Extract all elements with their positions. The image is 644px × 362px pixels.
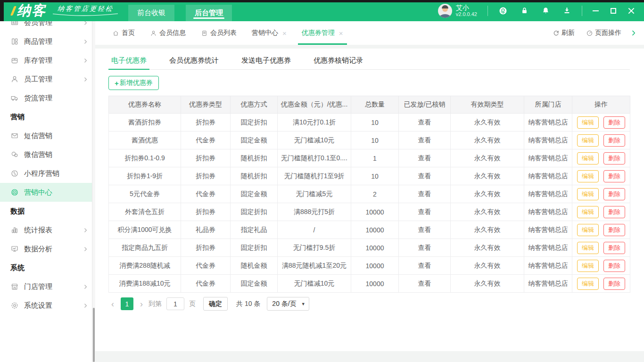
cell-name[interactable]: 消费满288随机减 — [109, 257, 181, 275]
edit-button[interactable]: 编辑 — [577, 242, 599, 254]
edit-button[interactable]: 编辑 — [577, 134, 599, 147]
edit-button[interactable]: 编辑 — [577, 170, 599, 182]
sidebar-item[interactable]: 会员管理 — [0, 21, 95, 32]
delete-button[interactable]: 删除 — [603, 242, 625, 254]
page-ops-button[interactable]: 页面操作 — [586, 29, 621, 37]
inventory-icon — [10, 56, 19, 65]
edit-button[interactable]: 编辑 — [577, 224, 599, 236]
sidebar-item[interactable]: 员工管理 — [0, 70, 95, 89]
delete-button[interactable]: 删除 — [603, 206, 625, 218]
cell-name[interactable]: 积分满1000可兑换 — [109, 221, 181, 239]
cell-name[interactable]: 折扣券1-9折 — [109, 167, 181, 185]
cell-issued[interactable]: 查看 — [399, 275, 451, 293]
slogan-text: 纳客管店更轻松 — [57, 5, 114, 13]
page-tab[interactable]: 会员列表 — [197, 21, 240, 45]
subtab[interactable]: 发送电子优惠券 — [239, 55, 294, 69]
avatar[interactable] — [438, 4, 452, 18]
customer-service-icon[interactable] — [498, 6, 508, 16]
lock-icon[interactable] — [520, 6, 529, 15]
prev-page-button[interactable]: ‹ — [108, 300, 117, 308]
goto-label: 到第 — [149, 300, 162, 308]
cell-store: 纳客营销总店 — [524, 203, 572, 221]
cell-name[interactable]: 消费满188减10元 — [109, 275, 181, 293]
delete-button[interactable]: 删除 — [603, 134, 625, 147]
cell-issued[interactable]: 查看 — [399, 132, 451, 149]
per-page-select[interactable]: 20 条/页 — [267, 297, 309, 311]
page-tab[interactable]: 会员信息 — [146, 21, 190, 45]
page-tab[interactable]: 营销中心× — [248, 21, 290, 45]
sidebar-item[interactable]: 系统设置 — [0, 296, 95, 315]
cell-issued[interactable]: 查看 — [399, 114, 451, 132]
current-page-button[interactable]: 1 — [121, 297, 133, 310]
cell-issued[interactable]: 查看 — [399, 239, 451, 257]
subtab[interactable]: 优惠券核销记录 — [311, 55, 366, 69]
edit-button[interactable]: 编辑 — [577, 116, 599, 129]
tab-close-icon[interactable]: × — [282, 29, 287, 37]
cell-issued[interactable]: 查看 — [399, 257, 451, 275]
sidebar-item[interactable]: 门店管理 — [0, 277, 95, 296]
tab-close-icon[interactable]: × — [339, 29, 343, 37]
delete-button[interactable]: 删除 — [603, 188, 625, 200]
edit-button[interactable]: 编辑 — [577, 260, 599, 272]
sidebar-item[interactable]: 微信营销 — [0, 145, 95, 164]
sidebar-item[interactable]: 营销中心 — [0, 183, 95, 202]
app-header: 纳客 纳客管店更轻松 前台收银后台管理 艾小 v2.0.0.42 — [0, 0, 644, 21]
delete-button[interactable]: 删除 — [603, 116, 625, 129]
cell-name[interactable]: 折扣券0.1-0.9 — [109, 149, 181, 167]
subtab[interactable]: 会员优惠券统计 — [166, 55, 222, 69]
page-ops-label: 页面操作 — [595, 29, 621, 37]
header-nav-tab[interactable]: 前台收银 — [128, 5, 174, 21]
cell-amount: / — [278, 221, 351, 239]
cell-name[interactable]: 5元代金券 — [109, 185, 181, 203]
edit-button[interactable]: 编辑 — [577, 152, 599, 165]
edit-button[interactable]: 编辑 — [577, 278, 599, 290]
cell-method: 固定金额 — [231, 132, 278, 149]
page-tab[interactable]: 优惠券管理× — [298, 21, 347, 45]
delete-button[interactable]: 删除 — [603, 260, 625, 272]
user-block[interactable]: 艾小 v2.0.0.42 — [438, 4, 477, 18]
download-icon[interactable] — [562, 6, 571, 15]
sidebar-item[interactable]: 短信营销 — [0, 126, 95, 145]
cell-actions: 编辑删除 — [572, 132, 630, 149]
close-button[interactable] — [628, 8, 635, 14]
page-number-input[interactable] — [166, 297, 184, 310]
cell-issued[interactable]: 查看 — [399, 167, 451, 185]
logistics-icon — [10, 94, 19, 102]
sidebar-scrollbar-thumb[interactable] — [93, 308, 95, 362]
cell-name[interactable]: 指定商品九五折 — [109, 239, 181, 257]
maximize-button[interactable] — [611, 8, 616, 14]
sidebar-item[interactable]: 小程序营销 — [0, 164, 95, 183]
sidebar-scrollbar[interactable] — [92, 21, 95, 362]
minimize-button[interactable] — [593, 10, 599, 11]
edit-button[interactable]: 编辑 — [577, 206, 599, 218]
tabbar-expand-icon[interactable] — [630, 29, 637, 37]
header-nav-tab[interactable]: 后台管理 — [186, 5, 232, 21]
cell-issued[interactable]: 查看 — [399, 203, 451, 221]
sidebar-item[interactable]: 统计报表 — [0, 221, 95, 239]
bell-icon[interactable] — [541, 6, 550, 15]
cell-issued[interactable]: 查看 — [399, 221, 451, 239]
sidebar-item[interactable]: 数据分析 — [0, 239, 95, 258]
next-page-button[interactable]: › — [137, 300, 146, 308]
sidebar-item[interactable]: 库存管理 — [0, 51, 95, 70]
subtab[interactable]: 电子优惠券 — [108, 55, 149, 69]
cell-validity: 永久有效 — [451, 132, 524, 149]
cell-name[interactable]: 酱酒优惠 — [109, 132, 181, 149]
cell-issued[interactable]: 查看 — [399, 149, 451, 167]
refresh-button[interactable]: 刷新 — [553, 29, 575, 37]
edit-button[interactable]: 编辑 — [577, 188, 599, 200]
sidebar-item[interactable]: 货流管理 — [0, 89, 95, 107]
delete-button[interactable]: 删除 — [603, 170, 625, 182]
cell-name[interactable]: 外套清仓五折 — [109, 203, 181, 221]
delete-button[interactable]: 删除 — [603, 224, 625, 236]
cell-issued[interactable]: 查看 — [399, 185, 451, 203]
cell-method: 指定礼品 — [231, 221, 278, 239]
delete-button[interactable]: 删除 — [603, 278, 625, 290]
confirm-page-button[interactable]: 确定 — [203, 297, 228, 311]
cell-name[interactable]: 酱酒折扣券 — [109, 114, 181, 132]
page-tab[interactable]: 首页 — [108, 21, 139, 45]
add-coupon-button[interactable]: + 新增优惠券 — [108, 76, 159, 90]
cell-method: 随机金额 — [231, 257, 278, 275]
delete-button[interactable]: 删除 — [603, 152, 625, 165]
sidebar-item[interactable]: 商品管理 — [0, 32, 95, 51]
